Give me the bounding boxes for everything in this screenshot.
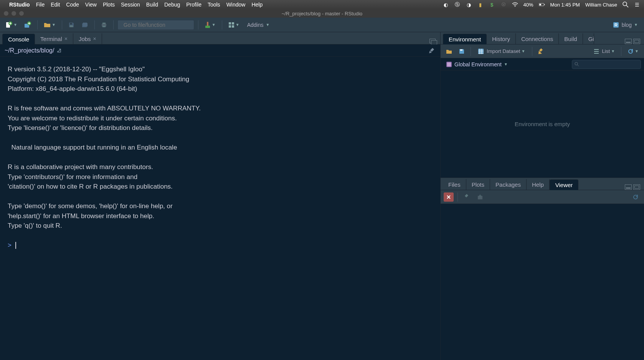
console-output[interactable]: R version 3.5.2 (2018-12-20) -- "Eggshel…	[0, 57, 440, 360]
tab-environment[interactable]: Environment	[443, 34, 487, 44]
svg-rect-17	[229, 22, 231, 25]
remove-viewer-button[interactable]	[444, 192, 454, 202]
battery-percent[interactable]: 40%	[523, 2, 533, 8]
svg-point-27	[575, 62, 578, 65]
build-tool-button[interactable]: ▼	[202, 20, 218, 30]
refresh-env-button[interactable]: ▼	[625, 47, 641, 56]
tab-files[interactable]: Files	[443, 179, 466, 190]
svg-rect-16	[205, 26, 210, 28]
svg-rect-10	[70, 23, 72, 25]
window-title-bar: ~/R_projects/blog - master - RStudio	[0, 9, 644, 18]
wifi-icon[interactable]	[512, 2, 518, 8]
save-all-button[interactable]	[79, 20, 91, 30]
menu-code[interactable]: Code	[66, 2, 79, 8]
tab-git[interactable]: Git	[583, 33, 594, 44]
project-button[interactable]: R blog ▼	[609, 20, 641, 30]
env-search-field[interactable]	[581, 61, 638, 67]
clear-workspace-button[interactable]	[536, 47, 547, 56]
status-icon-shield[interactable]: ▮	[477, 2, 484, 8]
console-output-text: R version 3.5.2 (2018-12-20) -- "Eggshel…	[8, 66, 201, 229]
clear-viewer-button[interactable]	[462, 192, 472, 202]
status-icon-skype[interactable]: Ⓢ	[454, 2, 461, 8]
tab-history[interactable]: History	[487, 33, 516, 44]
menu-file[interactable]: File	[36, 2, 45, 8]
window-title: ~/R_projects/blog - master - RStudio	[282, 11, 363, 16]
env-search-input[interactable]	[572, 60, 641, 69]
console-cursor	[15, 242, 16, 249]
svg-rect-14	[102, 26, 106, 27]
addins-button[interactable]: Addins ▼	[244, 20, 273, 30]
svg-rect-18	[232, 22, 234, 25]
env-scope-dropdown[interactable]: Global Environment ▼	[444, 61, 510, 68]
new-project-button[interactable]	[22, 20, 33, 30]
save-workspace-button[interactable]	[457, 47, 467, 56]
maximize-pane-icon[interactable]	[633, 184, 640, 190]
svg-rect-2	[544, 4, 545, 5]
print-button[interactable]	[99, 20, 109, 30]
close-icon[interactable]: ×	[93, 36, 96, 42]
console-pane: Console Terminal× Jobs× ~/R_projects/blo…	[0, 32, 441, 360]
status-icon-3[interactable]: ◑	[466, 2, 472, 8]
tab-help[interactable]: Help	[527, 179, 550, 190]
maximize-pane-icon[interactable]	[633, 39, 640, 44]
svg-line-5	[626, 5, 628, 7]
user-name[interactable]: William Chase	[585, 2, 617, 8]
tab-jobs[interactable]: Jobs×	[73, 33, 102, 44]
tab-packages[interactable]: Packages	[490, 179, 527, 190]
svg-rect-13	[102, 23, 106, 24]
tab-connections[interactable]: Connections	[516, 33, 559, 44]
project-label: blog	[622, 22, 632, 28]
go-to-file-input[interactable]	[117, 20, 194, 30]
tab-console[interactable]: Console	[2, 34, 35, 44]
menu-debug[interactable]: Debug	[164, 2, 180, 8]
viewer-toolbar	[441, 190, 644, 204]
tab-viewer[interactable]: Viewer	[550, 179, 579, 190]
battery-icon[interactable]	[539, 2, 545, 8]
menu-window[interactable]: Window	[226, 2, 246, 8]
popout-icon[interactable]	[56, 48, 62, 53]
grid-button[interactable]: ▼	[226, 20, 242, 30]
save-button[interactable]	[66, 20, 77, 30]
tab-plots[interactable]: Plots	[466, 179, 490, 190]
menu-tools[interactable]: Tools	[208, 2, 220, 8]
status-icon-1[interactable]: ◐	[443, 2, 449, 8]
list-view-label: List	[602, 48, 610, 54]
new-file-button[interactable]: ▼	[3, 20, 20, 30]
menu-icon[interactable]: ☰	[634, 2, 640, 8]
close-icon[interactable]: ×	[64, 36, 68, 42]
go-to-file-field[interactable]	[124, 22, 191, 28]
pane-layout-icon[interactable]	[429, 39, 436, 44]
export-viewer-button[interactable]	[475, 192, 485, 202]
menu-session[interactable]: Session	[121, 2, 140, 8]
status-icon-wifi-dim[interactable]: ⦾	[500, 2, 507, 8]
traffic-zoom[interactable]	[19, 11, 24, 16]
tab-terminal[interactable]: Terminal×	[35, 33, 73, 44]
minimize-pane-icon[interactable]	[625, 184, 632, 190]
menu-help[interactable]: Help	[251, 2, 263, 8]
status-icon-5[interactable]: $	[489, 2, 495, 8]
clear-console-icon[interactable]	[429, 47, 436, 54]
viewer-body	[441, 204, 644, 360]
env-scope-label: Global Environment	[454, 61, 502, 67]
menu-build[interactable]: Build	[146, 2, 158, 8]
env-toolbar: Import Dataset ▼ List ▼ ▼	[441, 44, 644, 58]
load-workspace-button[interactable]	[444, 47, 454, 56]
menu-view[interactable]: View	[85, 2, 97, 8]
tab-build[interactable]: Build	[559, 33, 583, 44]
panes-container: Console Terminal× Jobs× ~/R_projects/blo…	[0, 32, 644, 360]
menu-plots[interactable]: Plots	[103, 2, 115, 8]
spotlight-icon[interactable]	[623, 2, 629, 8]
open-file-button[interactable]: ▼	[41, 20, 58, 30]
viewer-tab-strip: Files Plots Packages Help Viewer	[441, 178, 644, 190]
list-view-button[interactable]: List ▼	[591, 47, 617, 56]
minimize-pane-icon[interactable]	[625, 39, 632, 44]
clock[interactable]: Mon 1:45 PM	[550, 2, 580, 8]
console-tab-strip: Console Terminal× Jobs×	[0, 32, 440, 44]
import-dataset-button[interactable]: Import Dataset ▼	[475, 47, 528, 56]
traffic-close[interactable]	[4, 11, 8, 16]
refresh-viewer-button[interactable]	[630, 192, 641, 202]
app-name[interactable]: RStudio	[9, 2, 30, 8]
menu-edit[interactable]: Edit	[51, 2, 60, 8]
traffic-minimize[interactable]	[12, 11, 16, 16]
menu-profile[interactable]: Profile	[186, 2, 201, 8]
